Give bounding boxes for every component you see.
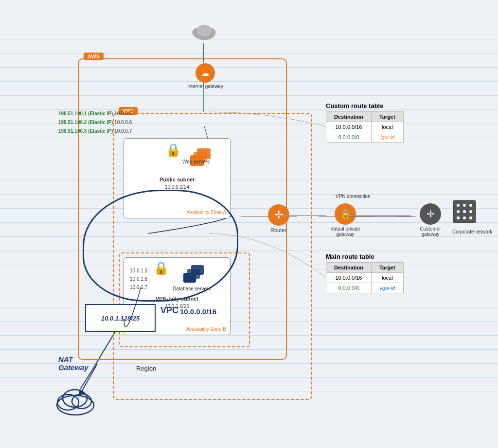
public-subnet-box: 🔒 Web servers Public subnet 10.0.0.0/24 … — [124, 138, 231, 218]
vpc-annotation-box: 10.0.1.128/25 — [85, 304, 156, 332]
corporate-device: Corporate network — [452, 199, 492, 234]
vpg-label: Virtual private gateway — [326, 226, 365, 237]
public-subnet-ip: 10.0.0.0/24 — [124, 184, 230, 190]
internet-cloud — [185, 22, 224, 43]
table-row: 10.0.0.0/16 local — [326, 273, 404, 283]
vpn-subnet-lock-icon: 🔒 — [153, 261, 169, 276]
main-route-table: Destination Target 10.0.0.0/16 local 0.0… — [326, 262, 404, 293]
public-subnet-lock-icon: 🔒 — [165, 143, 181, 158]
corporate-network-label: Corporate network — [452, 229, 492, 234]
main-route-row1-dest: 10.0.0.0/16 — [326, 273, 372, 283]
internet-cloud-icon — [190, 22, 219, 41]
custom-route-row2-dest: 0.0.0.0/0 — [326, 132, 372, 143]
router-icon: ✛ — [268, 204, 289, 226]
db-ips: 10.0.1.5 10.0.1.6 10.0.1.7 — [130, 267, 147, 291]
main-route-col-dest: Destination — [326, 263, 372, 273]
main-route-row1-target: local — [371, 273, 403, 283]
custom-route-table: Destination Target 10.0.0.0/16 local 0.0… — [326, 111, 404, 143]
custom-route-table-container: Custom route table Destination Target 10… — [326, 102, 383, 111]
public-subnet-title: Public subnet — [124, 177, 230, 182]
custom-route-col-dest: Destination — [326, 112, 372, 122]
svg-point-26 — [469, 216, 472, 219]
svg-point-20 — [469, 204, 472, 207]
corporate-device-icon — [452, 199, 477, 226]
table-row: 0.0.0.0/0 vgw-id — [326, 283, 404, 293]
svg-point-24 — [457, 216, 460, 219]
main-route-row2-target: vgw-id — [371, 283, 403, 293]
svg-point-18 — [457, 204, 460, 207]
vpc-box: VPC 🔒 Web servers Public subnet 10.0.0.0… — [113, 113, 312, 400]
elastic-ip-2: 198.51.100.2 (Elastic IP) 10.0.0.6 — [58, 118, 132, 127]
custom-route-row1-dest: 10.0.0.0/16 — [326, 122, 372, 132]
elastic-ip-3: 198.51.100.3 (Elastic IP) 10.0.0.7 — [58, 127, 132, 136]
router-icon-area: ✛ Router — [263, 204, 294, 233]
elastic-ip-1: 198.51.100.1 (Elastic IP) 10.0.0.5 — [58, 109, 132, 118]
custom-route-row1-target: local — [371, 122, 403, 132]
vpn-connection-label: VPN connection — [336, 194, 371, 199]
table-row: 0.0.0.0/0 igw-id — [326, 132, 404, 143]
main-route-table-container: Main route table Destination Target 10.0… — [326, 253, 374, 262]
customer-gateway-icon: ✛ — [420, 203, 441, 225]
main-route-col-target: Target — [371, 263, 403, 273]
region-label: Region — [136, 365, 156, 372]
main-route-row2-dest: 0.0.0.0/0 — [326, 283, 372, 293]
blue-cloud-sketch — [53, 385, 97, 418]
vpc-annotation-text: 10.0.1.128/25 — [101, 315, 140, 322]
elastic-ips: 198.51.100.1 (Elastic IP) 10.0.0.5 198.5… — [58, 109, 132, 136]
custom-route-table-title: Custom route table — [326, 102, 383, 109]
customer-gateway-label: Customer gateway — [411, 226, 450, 237]
web-servers-label: Web servers — [182, 159, 210, 164]
svg-point-23 — [469, 210, 472, 213]
aws-label: AWS — [84, 53, 104, 60]
vpg-area: 🔒 Virtual private gateway — [326, 203, 365, 237]
vpc-big-label: VPC — [160, 305, 178, 316]
db-ip-1: 10.0.1.5 — [130, 267, 147, 275]
router-label: Router — [263, 227, 294, 233]
vpg-icon: 🔒 — [335, 203, 356, 225]
availability-zone-a: Availability Zone A — [186, 210, 230, 215]
svg-point-19 — [463, 204, 466, 207]
svg-point-22 — [463, 210, 466, 213]
svg-point-30 — [63, 390, 87, 407]
svg-point-21 — [457, 210, 460, 213]
vpn-subnet-title: VPN-only subnet — [124, 296, 230, 302]
nat-line1: NAT — [58, 355, 89, 363]
table-row: 10.0.0.0/16 local — [326, 122, 404, 132]
availability-zone-b: Availability Zone B — [186, 326, 230, 332]
nat-annotation: NAT Gateway — [58, 355, 89, 372]
svg-point-10 — [197, 25, 212, 36]
svg-rect-16 — [183, 273, 196, 283]
db-ip-3: 10.0.1.7 — [130, 283, 147, 291]
custom-route-col-target: Target — [371, 112, 403, 122]
blue-cloud-icon — [53, 385, 97, 416]
db-ip-2: 10.0.1.6 — [130, 275, 147, 283]
db-servers-label: Database servers — [173, 286, 211, 291]
diagram-container: ☁ Internet gateway AWS VPC 🔒 Web ser — [49, 15, 486, 438]
svg-point-25 — [463, 216, 466, 219]
nat-line2: Gateway — [58, 363, 89, 372]
main-route-table-title: Main route table — [326, 253, 374, 260]
customer-gateway-area: ✛ Customer gateway — [411, 203, 450, 237]
vpc-cidr-big: 10.0.0.0/16 — [180, 307, 216, 316]
custom-route-row2-target: igw-id — [371, 132, 403, 143]
